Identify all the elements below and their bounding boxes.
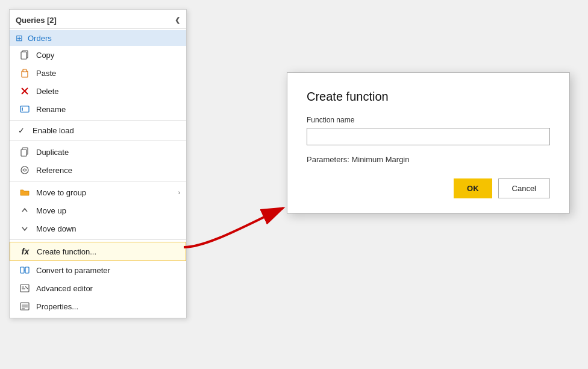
rename-icon: [19, 104, 30, 115]
context-menu: Queries [2] ❮ ⊞ Orders Copy Paste: [9, 9, 187, 318]
queries-title: Queries [2]: [16, 16, 57, 25]
menu-item-advanced-editor[interactable]: Advanced editor: [10, 279, 186, 297]
convert-to-parameter-label: Convert to parameter: [36, 266, 180, 275]
delete-label: Delete: [36, 87, 180, 96]
create-function-dialog: Create function Function name Parameters…: [287, 72, 570, 213]
function-name-input[interactable]: [307, 128, 550, 145]
svg-rect-11: [21, 150, 27, 156]
menu-item-enable-load[interactable]: ✓ Enable load: [10, 122, 186, 139]
menu-header: Queries [2] ❮: [10, 12, 186, 29]
paste-label: Paste: [36, 69, 180, 78]
fx-icon: fx: [20, 246, 31, 257]
function-name-label: Function name: [307, 116, 550, 124]
properties-label: Properties...: [36, 302, 180, 311]
divider-3: [10, 181, 186, 181]
svg-line-19: [25, 286, 28, 289]
properties-icon: [19, 301, 30, 312]
menu-item-duplicate[interactable]: Duplicate: [10, 143, 186, 161]
convert-icon: [19, 265, 30, 276]
grid-icon: ⊞: [16, 33, 23, 43]
create-function-label: Create function...: [37, 247, 180, 256]
duplicate-icon: [19, 147, 30, 157]
cancel-button[interactable]: Cancel: [498, 178, 550, 198]
divider-1: [10, 120, 186, 121]
svg-rect-16: [20, 285, 29, 292]
duplicate-label: Duplicate: [36, 148, 180, 157]
divider-4: [10, 239, 186, 240]
menu-item-delete[interactable]: Delete: [10, 82, 186, 100]
move-up-icon: [19, 205, 30, 216]
move-up-label: Move up: [36, 206, 180, 215]
menu-item-move-to-group[interactable]: Move to group ›: [10, 183, 186, 201]
move-down-label: Move down: [36, 224, 180, 233]
dialog-title: Create function: [307, 90, 550, 104]
arrow-annotation: [172, 199, 298, 259]
delete-icon: [19, 86, 30, 96]
divider-2: [10, 140, 186, 141]
svg-rect-14: [25, 267, 29, 273]
svg-rect-13: [20, 267, 24, 273]
menu-item-move-up[interactable]: Move up: [10, 201, 186, 219]
folder-icon: [19, 187, 30, 198]
selected-query-label: Orders: [28, 34, 52, 43]
advanced-editor-label: Advanced editor: [36, 284, 180, 293]
menu-item-paste[interactable]: Paste: [10, 64, 186, 82]
advanced-editor-icon: [19, 283, 30, 294]
enable-load-label: Enable load: [33, 126, 180, 135]
svg-point-12: [21, 166, 28, 174]
menu-item-create-function[interactable]: fx Create function...: [10, 242, 186, 261]
reference-icon: [19, 165, 30, 175]
menu-item-move-down[interactable]: Move down: [10, 219, 186, 238]
paste-icon: [19, 68, 30, 78]
svg-rect-6: [20, 106, 29, 112]
selected-query-item[interactable]: ⊞ Orders: [10, 30, 186, 46]
menu-item-reference[interactable]: Reference: [10, 161, 186, 179]
ok-button[interactable]: OK: [454, 178, 492, 198]
checkmark-icon: ✓: [16, 126, 27, 135]
menu-item-properties[interactable]: Properties...: [10, 297, 186, 315]
copy-label: Copy: [36, 51, 180, 60]
move-to-group-label: Move to group: [36, 188, 172, 197]
dialog-buttons: OK Cancel: [307, 178, 550, 198]
menu-item-convert-to-parameter[interactable]: Convert to parameter: [10, 261, 186, 279]
menu-item-copy[interactable]: Copy: [10, 46, 186, 64]
submenu-arrow: ›: [178, 189, 180, 196]
menu-item-rename[interactable]: Rename: [10, 100, 186, 118]
collapse-icon[interactable]: ❮: [175, 16, 180, 24]
rename-label: Rename: [36, 105, 180, 114]
svg-rect-3: [23, 69, 27, 72]
reference-label: Reference: [36, 166, 180, 175]
move-down-icon: [19, 223, 30, 234]
svg-rect-1: [21, 52, 27, 59]
parameters-label: Parameters: Minimum Margin: [307, 155, 550, 164]
copy-icon: [19, 49, 30, 60]
